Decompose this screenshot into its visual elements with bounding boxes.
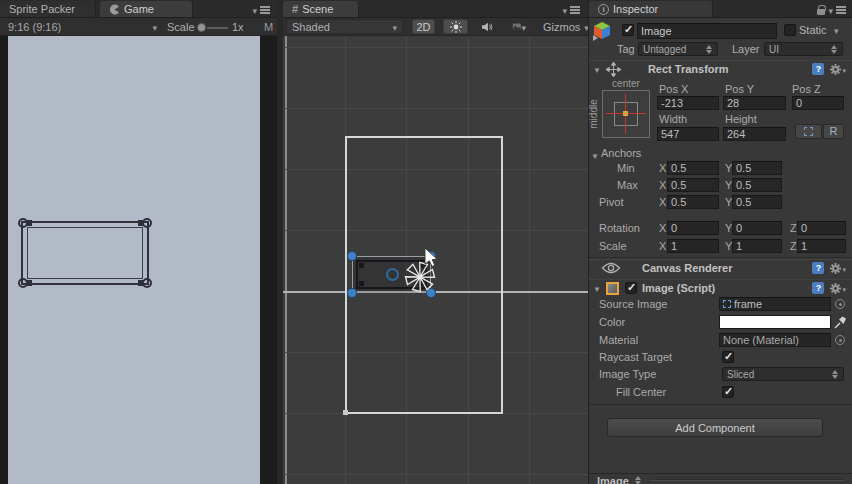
tag-dropdown[interactable]: Untagged (638, 42, 718, 56)
anchor-min-y-field[interactable]: 0.5 (732, 161, 782, 175)
raw-edit-button[interactable]: R (823, 124, 844, 139)
rotation-z-field[interactable]: 0 (797, 221, 846, 235)
aspect-dropdown[interactable]: 9:16 (9:16) (0, 18, 163, 36)
source-image-field[interactable]: frame (719, 297, 831, 311)
scene-panel-menu[interactable] (562, 4, 580, 16)
gameobject-cube-icon[interactable] (592, 21, 612, 41)
tab-sprite-packer[interactable]: Sprite Packer (0, 1, 96, 17)
panel-menu-icon[interactable] (570, 6, 580, 14)
frame-corner-ornament (18, 274, 34, 288)
image-type-dropdown[interactable]: Sliced (722, 367, 844, 381)
help-icon[interactable]: ? (812, 63, 824, 75)
pos-y-field[interactable]: 28 (723, 96, 786, 110)
object-picker-icon[interactable] (835, 299, 845, 309)
image-component-title: Image (Script) (642, 282, 715, 294)
gear-dropdown-icon (842, 63, 846, 75)
rotation-x-field[interactable]: 0 (667, 221, 719, 235)
material-field[interactable]: None (Material) (719, 333, 831, 347)
rect-transform-icon (606, 62, 621, 77)
preview-popup-icon[interactable] (635, 476, 642, 484)
preview-drag-groove[interactable] (650, 479, 844, 481)
eyedropper-icon[interactable] (834, 316, 847, 329)
static-checkbox[interactable] (784, 24, 796, 36)
help-icon[interactable]: ? (812, 262, 824, 274)
anchor-max-x-field[interactable]: 0.5 (667, 178, 719, 192)
foldout-icon[interactable] (593, 282, 601, 294)
rect-handle-top-left[interactable] (347, 251, 357, 261)
component-gear-menu[interactable] (830, 262, 846, 274)
tag-label: Tag (617, 43, 635, 55)
effects-toggle-button[interactable] (507, 19, 531, 34)
game-panel-menu[interactable] (252, 4, 270, 16)
shading-dropdown[interactable]: Shaded (286, 19, 403, 34)
panel-dropdown-icon[interactable] (562, 4, 567, 16)
fill-center-row: Fill Center (589, 385, 852, 400)
rect-handle-bottom-left[interactable] (347, 288, 357, 298)
audio-toggle-button[interactable] (477, 19, 498, 34)
scale-y-field[interactable]: 1 (732, 239, 782, 253)
anchors-foldout[interactable]: Anchors (589, 146, 852, 161)
lock-icon[interactable] (817, 9, 825, 15)
image-component-header[interactable]: Image (Script) ? (589, 279, 852, 296)
anchor-max-y-field[interactable]: 0.5 (732, 178, 782, 192)
effects-dropdown-icon[interactable] (521, 21, 526, 33)
object-picker-icon[interactable] (835, 335, 845, 345)
inspector-tabstrip: i Inspector (589, 0, 852, 18)
x-axis-label: X (659, 162, 666, 174)
color-swatch[interactable] (719, 315, 831, 329)
canvas-corner-dot[interactable] (343, 410, 348, 415)
scale-x-field[interactable]: 1 (667, 239, 719, 253)
help-icon[interactable]: ? (812, 282, 824, 294)
foldout-icon[interactable] (593, 63, 601, 75)
image-enabled-checkbox[interactable] (625, 282, 637, 294)
game-panel: Sprite Packer Game 9:16 (9:16) Scale 1x … (0, 0, 277, 484)
panel-menu-icon[interactable] (836, 6, 846, 14)
canvas-renderer-header[interactable]: Canvas Renderer ? (589, 259, 852, 276)
anchor-preset-widget[interactable] (602, 90, 650, 138)
pivot-x-field[interactable]: 0.5 (667, 195, 719, 209)
panel-dropdown-icon[interactable] (252, 4, 257, 16)
foldout-icon[interactable] (591, 149, 599, 161)
tag-value: Untagged (643, 44, 686, 55)
scale-slider-knob[interactable] (197, 23, 206, 32)
pivot-label: Pivot (599, 196, 623, 208)
frame-sprite-game (18, 218, 152, 288)
inspector-panel-menu[interactable] (817, 4, 846, 16)
pivot-y-field[interactable]: 0.5 (732, 195, 782, 209)
panel-menu-icon[interactable] (260, 6, 270, 14)
add-component-button[interactable]: Add Component (607, 418, 823, 437)
scale-z-field[interactable]: 1 (797, 239, 846, 253)
blueprint-mode-button[interactable] (795, 124, 822, 139)
gameobject-name-field[interactable]: Image (637, 23, 777, 39)
maximize-label-clipped[interactable]: M (264, 21, 273, 33)
component-gear-menu[interactable] (830, 282, 846, 294)
raycast-target-checkbox[interactable] (722, 351, 734, 363)
tab-scene[interactable]: # Scene (283, 1, 359, 17)
panel-dropdown-icon[interactable] (828, 4, 833, 16)
preview-splitter-bar[interactable]: Image (589, 473, 852, 484)
game-view (0, 36, 277, 484)
shading-value: Shaded (292, 21, 330, 33)
static-dropdown-icon[interactable] (834, 24, 839, 36)
component-gear-menu[interactable] (830, 63, 846, 75)
scale-slider-track[interactable] (207, 27, 228, 29)
tab-inspector[interactable]: i Inspector (589, 1, 713, 17)
lighting-toggle-button[interactable] (443, 19, 468, 34)
pos-z-field[interactable]: 0 (792, 96, 844, 110)
preview-title: Image (597, 474, 629, 484)
scene-view[interactable] (283, 36, 588, 484)
gizmos-dropdown[interactable]: Gizmos (543, 19, 589, 34)
fill-center-checkbox[interactable] (722, 386, 734, 398)
pos-x-field[interactable]: -213 (657, 96, 719, 110)
rotation-y-field[interactable]: 0 (732, 221, 782, 235)
height-field[interactable]: 264 (723, 127, 786, 141)
width-field[interactable]: 547 (657, 127, 719, 141)
gameobject-active-checkbox[interactable] (622, 24, 634, 36)
layer-dropdown[interactable]: UI (764, 42, 843, 56)
color-label: Color (599, 316, 625, 328)
static-label: Static (799, 24, 827, 36)
2d-toggle-button[interactable]: 2D (412, 19, 435, 34)
rect-transform-header[interactable]: Rect Transform ? (589, 60, 852, 77)
anchor-min-x-field[interactable]: 0.5 (667, 161, 719, 175)
tab-game[interactable]: Game (100, 1, 193, 17)
